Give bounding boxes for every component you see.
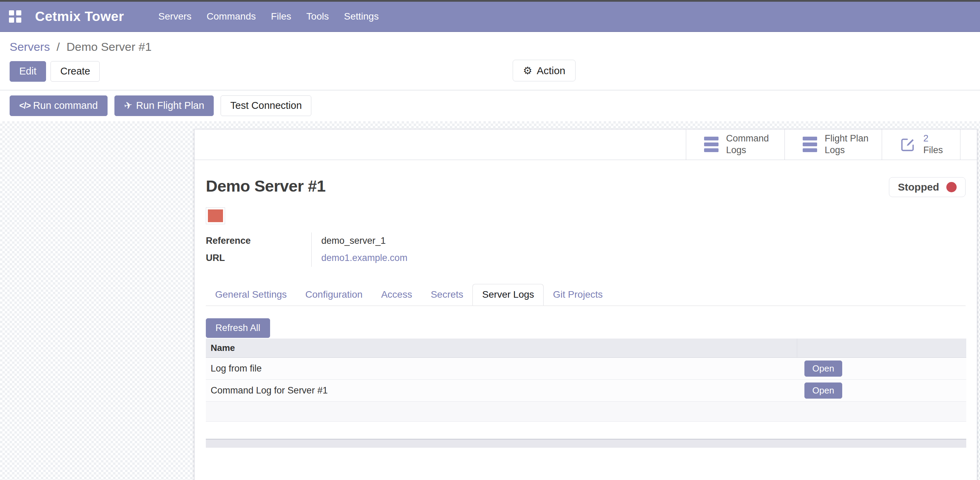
create-button[interactable]: Create — [51, 61, 100, 82]
server-title: Demo Server #1 — [206, 176, 325, 195]
log-name-cell[interactable]: Log from file — [206, 357, 797, 379]
form-sheet: Demo Server #1 Stopped Reference demo_se… — [194, 176, 977, 448]
action-button-label: Action — [537, 65, 565, 76]
tab-general-settings[interactable]: General Settings — [206, 284, 296, 306]
gear-icon: ⚙ — [523, 65, 532, 76]
tab-git-projects[interactable]: Git Projects — [544, 284, 612, 306]
stat-label-line2: Logs — [726, 145, 746, 155]
nav-item-tools[interactable]: Tools — [299, 11, 336, 22]
server-form-card: Command Logs Flight Plan Logs — [194, 129, 977, 480]
field-row-reference: Reference demo_server_1 — [206, 233, 966, 250]
color-tag-swatch[interactable] — [206, 208, 225, 224]
nav-item-commands[interactable]: Commands — [199, 11, 263, 22]
files-count: 2 — [923, 133, 929, 144]
stat-label-line2: Logs — [825, 145, 845, 155]
server-action-buttons-row: </> Run command ✈ Run Flight Plan Test C… — [0, 90, 980, 121]
stat-label-line1: Flight Plan — [825, 133, 869, 144]
status-label: Stopped — [898, 181, 939, 193]
open-log-button[interactable]: Open — [804, 361, 842, 377]
field-row-url: URL demo1.example.com — [206, 250, 966, 267]
status-dot-icon — [946, 182, 957, 192]
edit-button[interactable]: Edit — [10, 61, 46, 82]
field-value: demo_server_1 — [311, 233, 386, 250]
list-icon — [704, 135, 719, 154]
server-logs-pane: Refresh All Name Log from file Open — [206, 306, 966, 448]
files-stat-button[interactable]: 2 Files — [882, 130, 961, 160]
files-label: Files — [923, 145, 943, 155]
breadcrumb-separator: / — [53, 40, 63, 53]
table-header-row: Name — [206, 339, 966, 357]
run-flight-plan-button[interactable]: ✈ Run Flight Plan — [115, 95, 214, 116]
edit-square-icon — [900, 137, 916, 152]
main-navbar: Cetmix Tower Servers Commands Files Tool… — [0, 2, 980, 32]
nav-item-files[interactable]: Files — [263, 11, 299, 22]
apps-menu-icon[interactable] — [9, 10, 21, 23]
column-header-name[interactable]: Name — [206, 339, 797, 357]
nav-item-settings[interactable]: Settings — [336, 11, 386, 22]
field-label: Reference — [206, 233, 311, 250]
color-tag-fill — [208, 209, 223, 222]
field-group: Reference demo_server_1 URL demo1.exampl… — [206, 233, 966, 267]
tab-secrets[interactable]: Secrets — [421, 284, 473, 306]
breadcrumb-current: Demo Server #1 — [67, 40, 152, 53]
status-badge: Stopped — [889, 177, 966, 197]
main-menu: Servers Commands Files Tools Settings — [151, 11, 386, 22]
plane-icon: ✈ — [123, 100, 133, 112]
run-command-button[interactable]: </> Run command — [10, 95, 108, 116]
run-command-label: Run command — [33, 100, 98, 111]
tab-access[interactable]: Access — [372, 284, 421, 306]
action-dropdown-button[interactable]: ⚙ Action — [513, 60, 576, 81]
breadcrumb-parent-link[interactable]: Servers — [10, 40, 50, 53]
server-logs-table: Name Log from file Open Command Log for … — [206, 339, 966, 421]
tab-server-logs[interactable]: Server Logs — [473, 284, 544, 306]
stat-label-line1: Command — [726, 133, 769, 144]
breadcrumb: Servers / Demo Server #1 — [0, 32, 980, 57]
log-name-cell[interactable]: Command Log for Server #1 — [206, 379, 797, 401]
run-flight-plan-label: Run Flight Plan — [136, 100, 204, 111]
table-row[interactable]: Command Log for Server #1 Open — [206, 379, 966, 401]
form-background: Command Logs Flight Plan Logs — [0, 121, 980, 480]
code-icon: </> — [19, 101, 30, 111]
column-header-actions — [797, 339, 966, 357]
nav-item-servers[interactable]: Servers — [151, 11, 199, 22]
table-row[interactable]: Log from file Open — [206, 357, 966, 379]
horizontal-scrollbar[interactable] — [206, 439, 966, 448]
flight-plan-logs-stat-button[interactable]: Flight Plan Logs — [784, 130, 882, 160]
control-panel: Servers / Demo Server #1 Edit Create ⚙ A… — [0, 32, 980, 121]
control-panel-buttons-row: Edit Create ⚙ Action — [0, 57, 980, 90]
field-label: URL — [206, 250, 311, 267]
list-icon — [803, 135, 817, 154]
notebook-tabs: General Settings Configuration Access Se… — [206, 284, 966, 306]
test-connection-button[interactable]: Test Connection — [221, 95, 311, 116]
open-log-button[interactable]: Open — [804, 382, 842, 399]
app-brand: Cetmix Tower — [35, 9, 124, 24]
refresh-all-button[interactable]: Refresh All — [206, 318, 270, 338]
server-url-link[interactable]: demo1.example.com — [321, 253, 407, 263]
tab-configuration[interactable]: Configuration — [296, 284, 372, 306]
command-logs-stat-button[interactable]: Command Logs — [686, 130, 784, 160]
table-empty-row — [206, 401, 966, 421]
stat-buttons-row: Command Logs Flight Plan Logs — [194, 130, 977, 160]
